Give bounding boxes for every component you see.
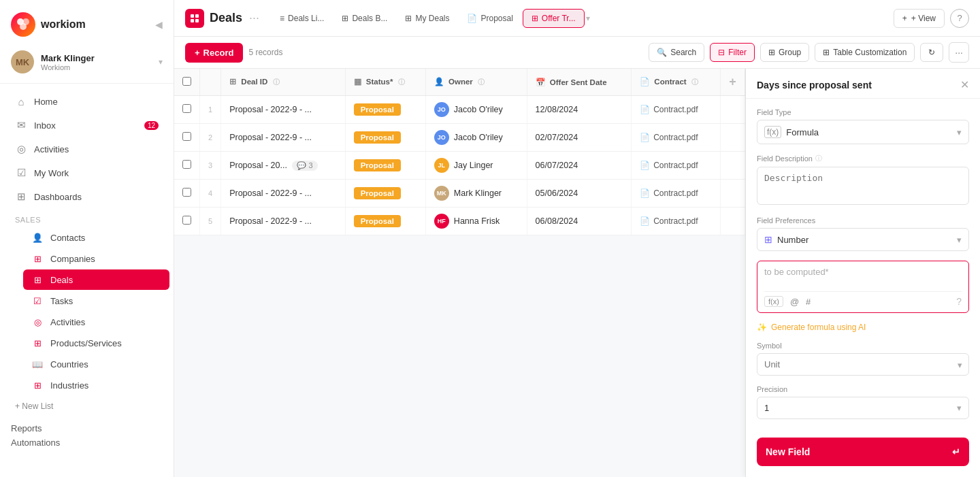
table-customize-button[interactable]: ⊞ Table Customization	[815, 43, 915, 62]
sidebar-item-mywork[interactable]: ☑ My Work	[4, 161, 169, 184]
row-checkbox[interactable]	[182, 160, 191, 169]
row-checkbox[interactable]	[182, 104, 191, 113]
new-list-btn[interactable]: + New List	[0, 396, 174, 416]
add-column-btn[interactable]: +	[721, 69, 745, 96]
file-icon: 📄	[640, 133, 650, 142]
precision-value: 1	[764, 403, 769, 413]
row-owner[interactable]: JO Jacob O'riley	[425, 96, 527, 124]
sidebar-item-activities[interactable]: ◎ Activities	[23, 312, 169, 332]
row-checkbox-cell[interactable]	[174, 180, 200, 208]
row-status[interactable]: Proposal	[345, 124, 425, 152]
countries-icon: 📖	[31, 358, 44, 370]
row-deal-id[interactable]: Proposal - 2022-9 - ...	[221, 96, 346, 124]
col-status[interactable]: ▦ Status* ⓘ	[345, 69, 425, 96]
tab-expand-arrow[interactable]: ▾	[586, 14, 590, 23]
formula-help-icon[interactable]: ?	[956, 296, 962, 307]
tab-my-deals[interactable]: ⊞ My Deals	[397, 10, 457, 27]
col-contract[interactable]: 📄 Contract ⓘ	[632, 69, 721, 96]
formula-at-tool[interactable]: @	[790, 297, 799, 307]
formula-hash-tool[interactable]: #	[806, 297, 811, 307]
panel-close-button[interactable]: ✕	[960, 78, 969, 91]
sidebar-item-contacts[interactable]: 👤 Contacts	[23, 227, 169, 248]
col-offer-sent-date[interactable]: 📅 Offer Sent Date	[527, 69, 632, 96]
col-checkbox[interactable]	[174, 69, 200, 96]
row-deal-id[interactable]: Proposal - 2022-9 - ...	[221, 124, 346, 152]
owner-avatar: JO	[434, 130, 449, 145]
date-icon: 📅	[536, 78, 545, 86]
row-status[interactable]: Proposal	[345, 208, 425, 235]
row-contract[interactable]: 📄 Contract.pdf	[632, 152, 721, 180]
col-deal-id[interactable]: ⊞ Deal ID ⓘ	[221, 69, 346, 96]
row-status[interactable]: Proposal	[345, 180, 425, 208]
row-deal-id[interactable]: Proposal - 2022-9 - ...	[221, 180, 346, 208]
row-owner[interactable]: JL Jay Linger	[425, 152, 527, 180]
field-prefs-select[interactable]: ⊞ Number ▾	[757, 228, 969, 251]
row-checkbox-cell[interactable]	[174, 124, 200, 152]
help-button[interactable]: ?	[950, 9, 969, 28]
row-owner[interactable]: HF Hanna Frisk	[425, 208, 527, 235]
search-button[interactable]: 🔍 Search	[649, 43, 704, 62]
row-checkbox[interactable]	[182, 132, 191, 141]
sidebar-item-companies[interactable]: ⊞ Companies	[23, 248, 169, 269]
tab-offer-tr[interactable]: ⊞ Offer Tr...	[523, 9, 585, 28]
sidebar-item-dashboards[interactable]: ⊞ Dashboards	[4, 185, 169, 208]
record-button[interactable]: + Record	[185, 43, 243, 63]
ai-generate-btn[interactable]: ✨ Generate formula using AI	[757, 323, 969, 332]
row-contract[interactable]: 📄 Contract.pdf	[632, 96, 721, 124]
sidebar-item-tasks[interactable]: ☑ Tasks	[23, 291, 169, 311]
refresh-button[interactable]: ↻	[920, 43, 943, 62]
sidebar-collapse-btn[interactable]: ◀	[155, 19, 163, 30]
group-label: Group	[779, 48, 801, 57]
field-type-select[interactable]: f(x) Formula ▾	[757, 120, 969, 144]
deals-board-icon: ⊞	[342, 14, 348, 23]
tab-proposal[interactable]: 📄 Proposal	[459, 10, 521, 27]
group-button[interactable]: ⊞ Group	[760, 43, 809, 62]
sidebar-item-activities-top[interactable]: ◎ Activities	[4, 137, 169, 161]
sidebar-item-countries[interactable]: 📖 Countries	[23, 354, 169, 374]
view-button[interactable]: + + View	[894, 9, 945, 28]
row-deal-id[interactable]: Proposal - 20... 💬 3	[221, 152, 346, 180]
tab-deals-list[interactable]: ≡ Deals Li...	[272, 10, 332, 27]
row-deal-id[interactable]: Proposal - 2022-9 - ...	[221, 208, 346, 235]
row-status[interactable]: Proposal	[345, 152, 425, 180]
user-menu-chevron[interactable]: ▾	[159, 57, 163, 67]
sidebar-item-products[interactable]: ⊞ Products/Services	[23, 333, 169, 353]
table-row[interactable]: 4 Proposal - 2022-9 - ... Proposal MK Ma…	[174, 180, 745, 208]
row-checkbox[interactable]	[182, 216, 191, 225]
formula-input-box[interactable]: to be computed* f(x) @ # ?	[757, 261, 969, 313]
sidebar-item-home[interactable]: ⌂ Home	[4, 90, 169, 113]
new-field-button[interactable]: New Field ↵	[757, 438, 969, 466]
row-checkbox-cell[interactable]	[174, 152, 200, 180]
unit-input-wrap: ▾	[757, 353, 969, 376]
row-checkbox-cell[interactable]	[174, 96, 200, 124]
row-contract[interactable]: 📄 Contract.pdf	[632, 208, 721, 235]
sidebar-item-inbox[interactable]: ✉ Inbox 12	[4, 114, 169, 137]
row-contract[interactable]: 📄 Contract.pdf	[632, 180, 721, 208]
page-more-icon[interactable]: ···	[249, 11, 259, 25]
tab-label: Proposal	[480, 14, 512, 23]
row-status[interactable]: Proposal	[345, 96, 425, 124]
row-owner[interactable]: MK Mark Klinger	[425, 180, 527, 208]
table-row[interactable]: 5 Proposal - 2022-9 - ... Proposal HF Ha…	[174, 208, 745, 235]
table-row[interactable]: 3 Proposal - 20... 💬 3 Proposal JL Jay L…	[174, 152, 745, 180]
row-owner[interactable]: JO Jacob O'riley	[425, 124, 527, 152]
products-icon: ⊞	[31, 337, 44, 349]
comment-badge[interactable]: 💬 3	[292, 161, 317, 171]
col-owner[interactable]: 👤 Owner ⓘ	[425, 69, 527, 96]
sidebar-item-industries[interactable]: ⊞ Industries	[23, 375, 169, 395]
formula-fx-tool[interactable]: f(x)	[764, 296, 783, 307]
tab-deals-board[interactable]: ⊞ Deals B...	[333, 10, 395, 27]
more-options-button[interactable]: ···	[949, 42, 969, 63]
filter-button[interactable]: ⊟ Filter	[710, 43, 755, 62]
row-checkbox[interactable]	[182, 188, 191, 197]
sidebar-item-deals[interactable]: ⊞ Deals	[23, 269, 169, 290]
table-row[interactable]: 1 Proposal - 2022-9 - ... Proposal JO Ja…	[174, 96, 745, 124]
unit-input[interactable]	[757, 353, 969, 376]
row-checkbox-cell[interactable]	[174, 208, 200, 235]
field-desc-input[interactable]	[757, 167, 969, 205]
select-all-checkbox[interactable]	[182, 77, 191, 86]
row-contract[interactable]: 📄 Contract.pdf	[632, 124, 721, 152]
table-row[interactable]: 2 Proposal - 2022-9 - ... Proposal JO Ja…	[174, 124, 745, 152]
precision-select[interactable]: 1 ▾	[757, 397, 969, 419]
formula-input[interactable]: to be computed*	[764, 267, 962, 287]
